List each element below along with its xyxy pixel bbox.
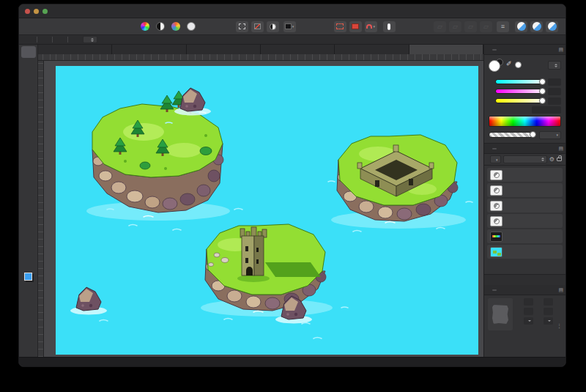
gear-icon[interactable]: ⚙ (549, 156, 555, 163)
shape-tool[interactable] (21, 295, 36, 307)
smudge-tool[interactable] (21, 258, 36, 270)
panel-menu-icon[interactable]: ▤ (558, 287, 563, 293)
move-back-button[interactable]: ▱ (449, 21, 461, 32)
document-tab[interactable] (112, 45, 186, 54)
tab-navigator[interactable] (486, 289, 491, 291)
new-selection-button[interactable] (236, 21, 248, 32)
tab-stock[interactable] (510, 148, 514, 149)
snapping-button[interactable]: ▾ (365, 21, 377, 32)
transform-field-value[interactable] (524, 308, 533, 315)
tonemap-persona-icon[interactable] (73, 21, 85, 32)
tab-channels[interactable] (504, 289, 508, 291)
flood-select-tool[interactable] (21, 108, 36, 120)
slider-knob[interactable] (539, 97, 546, 104)
tab-effects[interactable] (498, 148, 502, 149)
text-tool[interactable] (21, 283, 36, 295)
dodge-tool[interactable] (21, 196, 36, 207)
move-to-back-button[interactable]: ▱ (434, 21, 446, 32)
photo-persona-icon[interactable] (26, 21, 39, 32)
layer-row[interactable] (487, 168, 563, 182)
document-tab[interactable] (187, 45, 261, 54)
transform-field-value[interactable] (544, 298, 553, 306)
canvas-area[interactable] (38, 61, 483, 357)
tab-adjustment[interactable] (486, 148, 491, 149)
channel-value-field[interactable] (548, 88, 561, 95)
selection-brush-tool[interactable] (21, 96, 36, 108)
alignment-button[interactable]: ≡ (497, 21, 509, 32)
tab-styles[interactable] (504, 148, 508, 149)
link-dimensions-icon[interactable]: ⋮ (557, 323, 562, 329)
document-tab[interactable] (261, 45, 335, 54)
subtract-selection-button[interactable] (251, 21, 264, 32)
units-select[interactable] (83, 36, 97, 43)
opacity-slider[interactable] (489, 132, 536, 138)
rotate-right-button[interactable] (530, 21, 543, 32)
colour-picker-tool[interactable] (21, 71, 36, 83)
slider-knob[interactable] (539, 88, 546, 95)
blemish-removal-tool[interactable] (21, 233, 36, 245)
selection-edges-button[interactable] (334, 21, 346, 32)
colour-swatches[interactable] (21, 270, 36, 282)
invert-selection-button[interactable] (267, 21, 279, 32)
eraser-tool[interactable] (21, 183, 36, 195)
slider-knob[interactable] (539, 78, 546, 85)
tab-colour[interactable] (492, 49, 497, 51)
transform-field-value[interactable] (544, 308, 553, 315)
lock-icon[interactable] (557, 158, 562, 161)
clone-tool[interactable] (21, 221, 36, 232)
crop-tool[interactable] (21, 84, 36, 95)
document-tab[interactable] (409, 45, 483, 54)
channel-value-field[interactable] (548, 78, 561, 86)
document-canvas[interactable] (56, 66, 478, 355)
channel-slider[interactable] (495, 98, 546, 103)
transform-field-value[interactable] (524, 298, 533, 306)
minimize-button[interactable] (34, 9, 39, 14)
document-tab[interactable] (335, 45, 409, 54)
zoom-window-button[interactable] (42, 9, 48, 14)
pixel-tool[interactable] (21, 171, 36, 182)
auto-contrast-button[interactable] (154, 21, 166, 32)
view-tool[interactable] (21, 46, 36, 58)
tab-swatches[interactable] (498, 49, 502, 51)
rotate-left-button[interactable] (515, 21, 527, 32)
gradient-tool[interactable] (21, 146, 36, 158)
channel-slider[interactable] (495, 89, 546, 94)
channel-value-field[interactable] (548, 97, 561, 105)
reset-rotation-button[interactable] (546, 21, 558, 32)
document-tab[interactable] (38, 45, 112, 54)
move-to-front-button[interactable]: ▱ (480, 21, 492, 32)
layer-row[interactable] (487, 229, 563, 243)
layer-row[interactable] (487, 183, 563, 197)
close-button[interactable] (25, 9, 30, 14)
burn-tool[interactable] (21, 208, 36, 220)
transform-field-value[interactable] (544, 317, 553, 325)
move-tool[interactable] (21, 59, 36, 70)
red-eye-tool[interactable] (21, 245, 36, 257)
tab-histogram[interactable] (486, 49, 491, 51)
tab-transform[interactable] (492, 289, 497, 291)
opacity-value-select[interactable]: ▾ (539, 131, 561, 139)
layer-row[interactable] (487, 199, 563, 212)
develop-persona-icon[interactable] (57, 21, 70, 32)
transform-field-value[interactable] (524, 317, 533, 325)
hex-value-field[interactable] (532, 106, 561, 114)
assistant-button[interactable] (383, 21, 396, 32)
liquify-persona-icon[interactable] (42, 21, 54, 32)
tab-layers[interactable] (492, 148, 497, 149)
layers-opacity-select[interactable]: ▾ (490, 155, 501, 163)
foreground-colour-swatch[interactable] (489, 60, 500, 72)
panel-menu-icon[interactable]: ▤ (558, 47, 563, 53)
auto-white-balance-button[interactable] (185, 21, 197, 32)
fill-selection-button[interactable] (349, 21, 362, 32)
panel-menu-icon[interactable]: ▤ (558, 146, 563, 152)
spectrum-bar[interactable] (489, 116, 561, 127)
auto-colour-button[interactable] (169, 21, 182, 32)
flood-fill-tool[interactable] (21, 133, 36, 145)
layer-row[interactable] (487, 245, 563, 259)
marquee-tool[interactable] (21, 121, 36, 133)
layer-row[interactable] (487, 214, 563, 228)
tab-brushes[interactable] (504, 49, 508, 51)
zoom-tool[interactable] (21, 308, 36, 319)
auto-levels-button[interactable] (138, 21, 151, 32)
blend-mode-select[interactable] (503, 155, 547, 163)
